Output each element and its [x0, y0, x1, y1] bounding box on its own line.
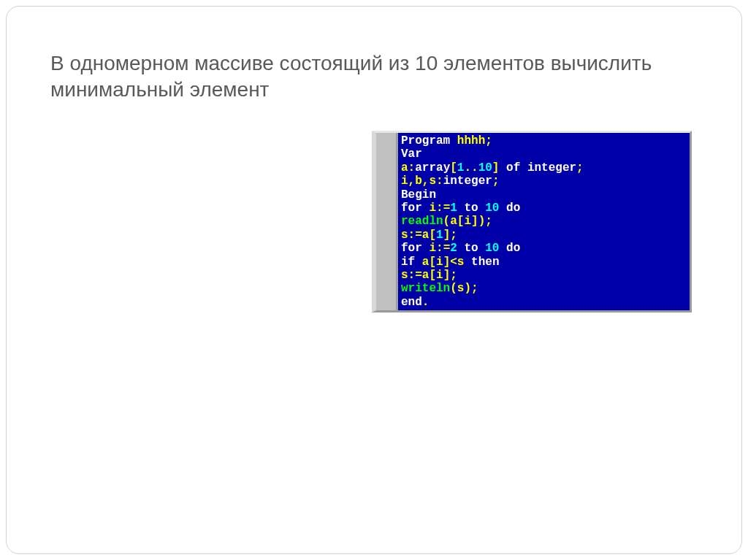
code-space — [464, 256, 471, 269]
code-punct: ; — [492, 174, 500, 188]
code-punct: := — [408, 269, 422, 282]
code-punct: ( — [450, 282, 457, 295]
code-keyword: for — [401, 242, 422, 255]
code-punct: ); — [478, 215, 492, 228]
code-punct: ; — [576, 161, 584, 174]
code-ident: a — [401, 161, 408, 174]
code-keyword: do — [506, 202, 520, 215]
code-space — [520, 161, 527, 174]
code-punct: [ — [429, 229, 436, 242]
code-punct: ; — [485, 134, 492, 147]
code-number: 10 — [485, 202, 499, 215]
code-punct: ); — [464, 282, 478, 295]
code-ident: i — [436, 269, 443, 282]
code-punct: [ — [457, 215, 465, 228]
code-punct: [ — [450, 161, 457, 174]
code-ident: i — [429, 202, 436, 215]
code-ident: i — [429, 242, 436, 255]
code-punct: .. — [464, 161, 478, 174]
code-editor-window: Program hhhh; Var a:array[1..10] of inte… — [372, 131, 692, 312]
code-keyword: do — [506, 242, 520, 255]
code-ident: s — [457, 282, 465, 295]
code-punct: ( — [443, 215, 451, 228]
code-punct: ] — [443, 229, 451, 242]
code-ident: a — [422, 269, 430, 282]
code-punct: ] — [443, 256, 451, 269]
code-space — [478, 242, 486, 255]
code-punct: ] — [492, 161, 506, 174]
code-keyword: integer — [443, 174, 492, 188]
code-builtin: writeln — [401, 282, 450, 295]
code-ident: i — [401, 174, 408, 188]
code-space — [457, 202, 465, 215]
code-punct: := — [436, 242, 450, 255]
code-ident: s — [401, 269, 408, 282]
code-punct: : — [436, 174, 443, 188]
code-space — [499, 202, 506, 215]
code-punct: . — [422, 296, 430, 309]
code-space — [499, 242, 506, 255]
code-keyword: end — [401, 296, 422, 309]
code-space — [457, 242, 465, 255]
code-punct: , — [422, 174, 430, 188]
code-keyword: for — [401, 202, 422, 215]
code-punct: ] — [443, 269, 451, 282]
code-punct: : — [408, 161, 416, 174]
code-ident: a — [450, 215, 457, 228]
code-punct: ; — [450, 229, 457, 242]
code-builtin: readln — [401, 215, 443, 228]
code-keyword: if — [401, 256, 415, 269]
code-space — [415, 256, 422, 269]
code-number: 2 — [450, 242, 457, 255]
code-number: 1 — [436, 229, 443, 242]
code-keyword: then — [471, 256, 499, 269]
code-ident: a — [422, 229, 430, 242]
code-number: 1 — [450, 202, 457, 215]
code-keyword: Begin — [401, 188, 436, 202]
code-keyword: array — [415, 161, 450, 174]
code-space — [478, 202, 486, 215]
code-number: 10 — [478, 161, 492, 174]
slide-frame: В одномерном массиве состоящий из 10 эле… — [6, 6, 742, 554]
code-ident: i — [464, 215, 471, 228]
code-keyword: to — [464, 242, 478, 255]
code-punct: ] — [471, 215, 478, 228]
slide-title: В одномерном массиве состоящий из 10 эле… — [50, 50, 698, 104]
code-number: 1 — [457, 161, 465, 174]
code-punct: < — [450, 256, 457, 269]
code-keyword: of — [506, 161, 520, 174]
code-punct: ; — [450, 269, 457, 282]
code-punct: := — [408, 229, 422, 242]
code-punct: := — [436, 202, 450, 215]
code-ident: hhhh — [450, 134, 485, 147]
code-keyword: Program — [401, 134, 450, 147]
code-punct: , — [408, 174, 416, 188]
code-ident: s — [429, 174, 436, 188]
code-gutter — [376, 133, 398, 310]
code-space — [422, 202, 430, 215]
code-ident: s — [401, 229, 408, 242]
code-punct: [ — [429, 256, 436, 269]
code-ident: b — [415, 174, 422, 188]
code-number: 10 — [485, 242, 499, 255]
code-keyword: integer — [527, 161, 576, 174]
code-body: Program hhhh; Var a:array[1..10] of inte… — [398, 133, 690, 310]
code-ident: i — [436, 256, 443, 269]
code-keyword: to — [464, 202, 478, 215]
code-keyword: Var — [401, 147, 422, 161]
code-ident: a — [422, 256, 430, 269]
code-punct: [ — [429, 269, 436, 282]
code-space — [422, 242, 430, 255]
